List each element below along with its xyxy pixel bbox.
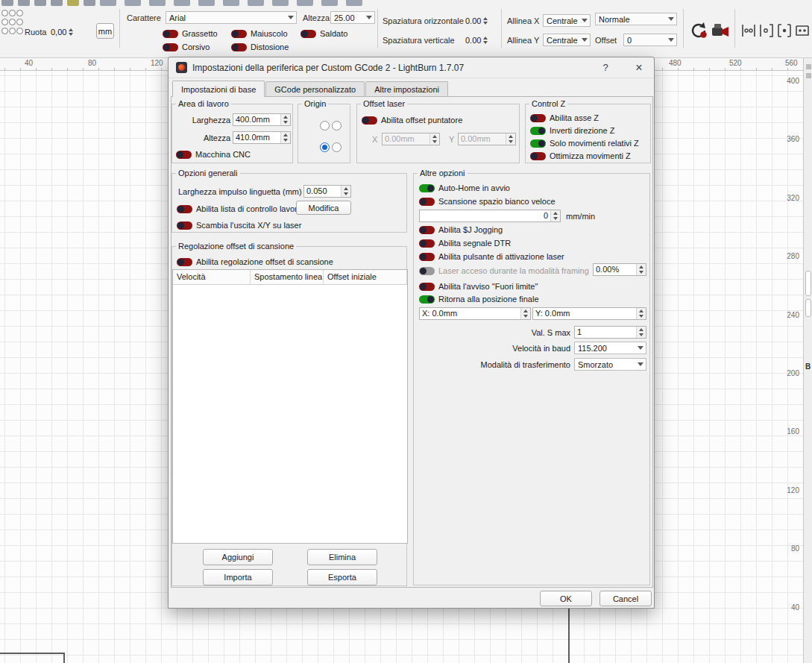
- spinner-arrows-icon[interactable]: [636, 327, 646, 338]
- ok-button[interactable]: OK: [540, 591, 592, 606]
- dtr-toggle-row[interactable]: Abilita segnale DTR: [419, 238, 511, 248]
- toggle-switch[interactable]: [530, 114, 546, 122]
- abilita-asse-z-toggle-row[interactable]: Abilita asse Z: [530, 113, 599, 123]
- baud-combo[interactable]: 115.200: [574, 342, 646, 354]
- distosione-toggle-row[interactable]: Distosione: [231, 42, 289, 52]
- macchina-cnc-toggle-row[interactable]: Macchina CNC: [176, 149, 251, 160]
- fuori-limite-toggle-row[interactable]: Abilita l'avviso "Fuori limite": [419, 281, 538, 292]
- toggle-switch[interactable]: [163, 30, 178, 38]
- auto-home-toggle-row[interactable]: Auto-Home in avvio: [419, 183, 510, 193]
- toggle-switch[interactable]: [231, 30, 247, 38]
- lista-controllo-toggle-row[interactable]: Abilita lista di controllo lavori: [177, 204, 299, 214]
- scansione-veloce-spinner[interactable]: 0: [419, 210, 561, 222]
- toolbar-icon-clipped[interactable]: [1, 0, 13, 6]
- esporta-button[interactable]: Esporta: [307, 569, 377, 585]
- cancel-button[interactable]: Cancel: [599, 591, 652, 606]
- toolbar-icon-clipped[interactable]: [149, 0, 166, 6]
- table-header-velocita[interactable]: Velocità: [173, 270, 251, 284]
- toggle-switch[interactable]: [163, 43, 178, 51]
- toggle-switch[interactable]: [419, 239, 435, 248]
- impulso-spinner[interactable]: 0.050: [303, 185, 351, 198]
- laser-device-icon[interactable]: [710, 21, 729, 40]
- spinner-arrows-icon[interactable]: [550, 210, 560, 221]
- maiuscolo-toggle-row[interactable]: Maiuscolo: [231, 28, 288, 39]
- spinner-arrows-icon[interactable]: [483, 17, 488, 25]
- toolbar-icon-clipped[interactable]: [223, 0, 239, 6]
- help-button[interactable]: ?: [598, 62, 613, 73]
- toolbar-icon-clipped[interactable]: [18, 0, 30, 6]
- solo-movimenti-relativi-z-toggle-row[interactable]: Solo movimenti relativi Z: [530, 138, 639, 148]
- spinner-arrows-icon[interactable]: [341, 186, 350, 197]
- offset-combo[interactable]: 0: [623, 34, 677, 46]
- tab-impostazioni-di-base[interactable]: Impostazioni di base: [172, 81, 265, 97]
- finish-y-spinner[interactable]: Y: 0.0mm: [532, 307, 646, 320]
- origin-radio-top-right[interactable]: [332, 121, 342, 131]
- panel-tab-icon[interactable]: [806, 73, 811, 78]
- toggle-switch[interactable]: [419, 184, 435, 192]
- toolbar-icon-clipped[interactable]: [321, 0, 338, 6]
- toggle-switch[interactable]: [419, 283, 435, 291]
- spinner-arrows-icon[interactable]: [280, 132, 290, 143]
- dialog-titlebar[interactable]: Impostazioni della periferica per Custom…: [169, 57, 654, 78]
- toggle-switch[interactable]: [177, 221, 192, 230]
- font-height-combo[interactable]: 25.00: [330, 11, 375, 24]
- toggle-switch[interactable]: [176, 151, 192, 159]
- altezza-spinner[interactable]: 410.0mm: [233, 131, 291, 144]
- modifica-button[interactable]: Modifica: [296, 201, 351, 215]
- table-header-offset-iniziale[interactable]: Offset iniziale: [324, 270, 407, 284]
- toolbar-icon-clipped[interactable]: [100, 0, 116, 6]
- panel-scroll-handle[interactable]: [805, 299, 811, 317]
- spinner-arrows-icon[interactable]: [483, 37, 488, 44]
- ruota-spinner[interactable]: 0,00: [51, 25, 73, 38]
- tab-gcode-personalizzato[interactable]: GCode personalizzato: [265, 81, 365, 96]
- spinner-arrows-icon[interactable]: [280, 114, 290, 125]
- path-node-tool-icon[interactable]: [794, 23, 811, 38]
- toggle-switch[interactable]: [231, 43, 247, 51]
- toggle-switch[interactable]: [419, 267, 435, 275]
- abilita-regolazione-toggle-row[interactable]: Abilita regolazione offset di scansione: [177, 257, 333, 267]
- tab-altre-impostazioni[interactable]: Altre impostazioni: [365, 81, 448, 96]
- toggle-switch[interactable]: [419, 198, 435, 206]
- saldato-toggle-row[interactable]: Saldato: [300, 28, 347, 39]
- spinner-arrows-icon[interactable]: [429, 133, 439, 145]
- sync-device-icon[interactable]: [689, 21, 708, 40]
- panel-tab-icon[interactable]: [806, 64, 811, 69]
- smax-spinner[interactable]: 1: [574, 326, 646, 339]
- spinner-arrows-icon[interactable]: [520, 308, 530, 319]
- toolbar-icon-clipped[interactable]: [272, 0, 289, 6]
- panel-tab-label[interactable]: B: [805, 362, 811, 371]
- snap-options-icon[interactable]: [1, 10, 24, 37]
- jogging-toggle-row[interactable]: Abilita $J Jogging: [419, 224, 503, 235]
- toggle-switch[interactable]: [419, 295, 435, 304]
- allinea-y-combo[interactable]: Centrale: [543, 34, 591, 46]
- framing-toggle-row[interactable]: Laser acceso durante la modalità framing: [419, 265, 589, 276]
- offset-y-spinner[interactable]: 0.00mm: [458, 133, 516, 145]
- toolbar-icon-clipped[interactable]: [34, 0, 46, 6]
- toolbar-icon-clipped[interactable]: [174, 0, 190, 6]
- toolbar-icon-clipped[interactable]: [346, 0, 362, 6]
- toggle-switch[interactable]: [419, 253, 435, 261]
- scansione-veloce-toggle-row[interactable]: Scansione spazio bianco veloce: [419, 196, 556, 207]
- allinea-x-combo[interactable]: Centrale: [543, 14, 591, 27]
- units-mm-button[interactable]: mm: [96, 23, 114, 39]
- finish-x-spinner[interactable]: X: 0.0mm: [419, 307, 531, 320]
- toggle-switch[interactable]: [530, 139, 546, 148]
- path-node-tool-icon[interactable]: [740, 23, 757, 38]
- table-header-spostamento[interactable]: Spostamento linea: [251, 270, 324, 284]
- spaziatura-verticale-spinner[interactable]: 0.00: [465, 34, 488, 46]
- origin-radio-top-left[interactable]: [320, 121, 330, 131]
- importa-button[interactable]: Importa: [203, 569, 273, 585]
- scan-offset-table[interactable]: Velocità Spostamento linea Offset inizia…: [172, 269, 408, 544]
- spinner-arrows-icon[interactable]: [69, 28, 73, 36]
- framing-power-spinner[interactable]: 0.00%: [593, 263, 646, 276]
- pulsante-attivazione-toggle-row[interactable]: Abilita pulsante di attivazione laser: [419, 251, 564, 262]
- corsivo-toggle-row[interactable]: Corsivo: [163, 42, 210, 52]
- spaziatura-orizzontale-spinner[interactable]: 0.00: [465, 14, 488, 27]
- toggle-switch[interactable]: [362, 116, 377, 125]
- aggiungi-button[interactable]: Aggiungi: [203, 549, 273, 565]
- abilita-offset-puntatore-toggle-row[interactable]: Abilita offset puntatore: [362, 115, 462, 125]
- trasferimento-combo[interactable]: Smorzato: [574, 358, 646, 371]
- toggle-switch[interactable]: [530, 127, 546, 135]
- toolbar-icon-clipped[interactable]: [125, 0, 141, 6]
- text-style-combo[interactable]: Normale: [595, 13, 677, 25]
